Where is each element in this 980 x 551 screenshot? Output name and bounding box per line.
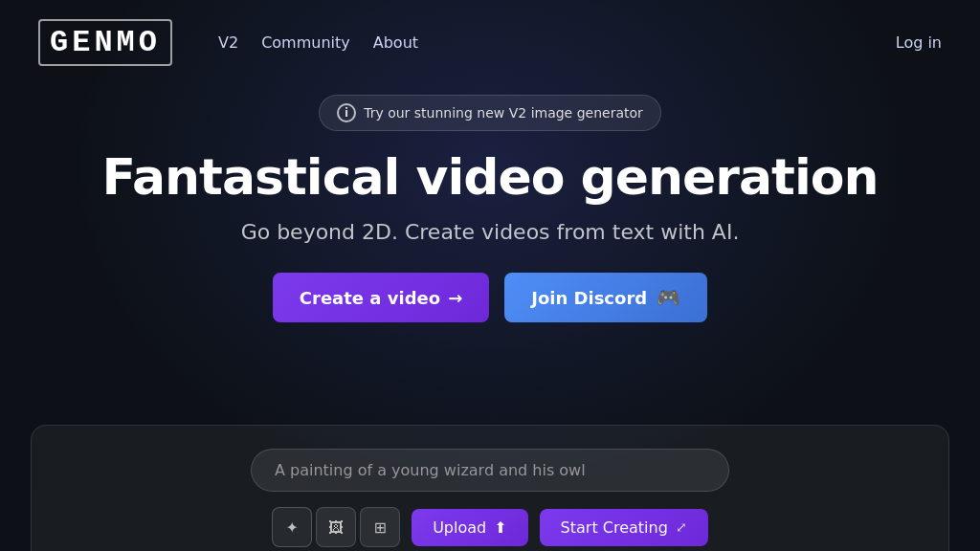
- info-icon: i: [337, 103, 356, 122]
- tool-icons: ✦ 🖼 ⊞: [272, 507, 400, 547]
- tool-gallery-button[interactable]: ⊞: [360, 507, 400, 547]
- nav-about-link[interactable]: About: [366, 30, 426, 55]
- login-button[interactable]: Log in: [896, 33, 942, 52]
- cta-buttons: Create a video → Join Discord 🎮: [273, 273, 707, 322]
- join-discord-button[interactable]: Join Discord 🎮: [504, 273, 707, 322]
- image-icon: 🖼: [328, 518, 344, 537]
- wand-icon: ✦: [285, 518, 298, 537]
- nav-right: Log in: [896, 33, 942, 52]
- prompt-input[interactable]: [275, 461, 705, 479]
- create-video-label: Create a video: [300, 288, 440, 308]
- gallery-icon: ⊞: [373, 518, 386, 537]
- upload-label: Upload: [433, 518, 486, 537]
- hero-subtitle: Go beyond 2D. Create videos from text wi…: [241, 220, 740, 244]
- nav-community-link[interactable]: Community: [254, 30, 358, 55]
- hero-section: i Try our stunning new V2 image generato…: [0, 85, 980, 351]
- expand-icon: ⤢: [676, 519, 687, 535]
- bottom-panel: ✦ 🖼 ⊞ Upload ⬆ Start Creating ⤢: [31, 425, 949, 551]
- tool-image-button[interactable]: 🖼: [316, 507, 356, 547]
- start-creating-button[interactable]: Start Creating ⤢: [540, 509, 708, 546]
- create-video-button[interactable]: Create a video →: [273, 273, 489, 322]
- nav-v2-link[interactable]: V2: [211, 30, 246, 55]
- tool-wand-button[interactable]: ✦: [272, 507, 312, 547]
- upload-button[interactable]: Upload ⬆: [412, 509, 527, 546]
- bottom-toolbar: ✦ 🖼 ⊞ Upload ⬆ Start Creating ⤢: [62, 507, 918, 551]
- logo[interactable]: GENMO: [38, 19, 172, 66]
- discord-icon: 🎮: [657, 286, 680, 309]
- navigation: GENMO V2 Community About Log in: [0, 0, 980, 85]
- prompt-input-wrapper: [251, 449, 729, 492]
- arrow-right-icon: →: [448, 288, 462, 308]
- join-discord-label: Join Discord: [531, 288, 647, 308]
- hero-title: Fantastical video generation: [102, 150, 879, 205]
- logo-text: GENMO: [38, 19, 172, 66]
- notice-text: Try our stunning new V2 image generator: [364, 105, 643, 121]
- notice-badge[interactable]: i Try our stunning new V2 image generato…: [319, 95, 661, 131]
- nav-links: V2 Community About: [211, 30, 873, 55]
- start-creating-label: Start Creating: [561, 518, 668, 537]
- upload-icon: ⬆: [494, 518, 506, 537]
